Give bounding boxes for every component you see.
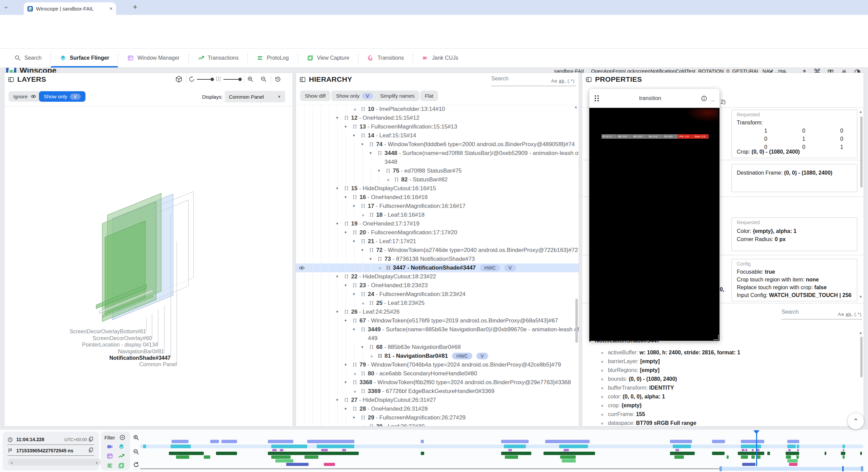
protolog-track-segment[interactable] xyxy=(843,455,845,459)
tree-row-selected[interactable]: Π3447 - NotificationShade#3447HWCV xyxy=(296,263,579,272)
tree-row[interactable]: ▼Π26 - Leaf:24:25#26 xyxy=(296,308,579,316)
expand-arrow-icon[interactable]: ▼ xyxy=(336,114,339,122)
sf-track-segment[interactable] xyxy=(171,445,191,448)
rotation-icon[interactable] xyxy=(189,76,195,82)
tree-row[interactable]: ▼Π20 - FullscreenMagnification:17:17#20 xyxy=(296,228,579,237)
transitions-track-segment[interactable] xyxy=(712,440,725,443)
ime-track-segment[interactable] xyxy=(742,463,755,466)
tree-row[interactable]: ▼Π15 - HideDisplayCutout:16:16#15 xyxy=(296,184,579,193)
sf-track-segment[interactable] xyxy=(797,445,799,448)
tree-row[interactable]: ▼Π19 - OneHanded:17:17#19 xyxy=(296,219,579,228)
show-only-v-toggle[interactable]: Show only V xyxy=(39,91,85,102)
wm-track-segment[interactable] xyxy=(841,452,845,455)
property-list-row[interactable]: barrierLayer: [empty] xyxy=(582,357,860,366)
tree-row[interactable]: 449 xyxy=(296,334,579,343)
property-list-row[interactable]: dataspace: BT709 sRGB Full range xyxy=(582,419,860,427)
tree-row[interactable]: ▼Π28 - OneHanded:26:31#28 xyxy=(296,405,579,413)
props-scroll-up-icon[interactable]: ▲ xyxy=(859,110,863,114)
expand-arrow-icon[interactable]: ▼ xyxy=(344,316,347,325)
protolog-track-segment[interactable] xyxy=(304,455,318,459)
tree-row[interactable]: ▼Π23 - OneHanded:18:23#23 xyxy=(296,281,579,290)
property-list-row[interactable]: crop: {empty} xyxy=(582,401,860,410)
tree-row[interactable]: ▼Π29 - FullscreenMagnification:26:27#29 xyxy=(296,413,579,422)
protolog-track-segment[interactable] xyxy=(505,455,518,459)
wm-track-segment[interactable] xyxy=(216,452,237,455)
flat-toggle[interactable]: Flat xyxy=(420,91,438,101)
displays-select[interactable]: Common Panel ▼ xyxy=(225,91,285,102)
tree-row[interactable]: ▼Π3449 - Surface(name=885b63e Navigation… xyxy=(296,325,579,334)
zoom-in-icon[interactable] xyxy=(247,76,254,82)
tree-row[interactable]: ▼Π13 - FullscreenMagnification:15:15#13 xyxy=(296,122,579,131)
jank-track-segment[interactable] xyxy=(789,463,797,466)
expand-arrow-icon[interactable]: ▼ xyxy=(336,219,339,228)
layer-label[interactable]: NavigationBar0#81 xyxy=(28,349,164,355)
hierarchy-search-input[interactable]: Search Aa ab, (.*) xyxy=(491,76,576,86)
info-icon[interactable] xyxy=(701,95,707,102)
collapse-panel-icon[interactable] xyxy=(299,76,306,83)
3d-view-icon[interactable] xyxy=(175,76,182,83)
wm-track-segment[interactable] xyxy=(860,452,862,455)
transitions-track-segment[interactable] xyxy=(421,440,424,443)
tree-row[interactable]: ▼Π24 - FullscreenMagnification:18:23#24 xyxy=(296,290,579,299)
tab-close-icon[interactable]: × xyxy=(110,6,113,12)
wm-track-segment[interactable] xyxy=(712,452,725,455)
nav-tab-protolog[interactable]: ProtoLog xyxy=(248,48,298,67)
tree-row[interactable]: Π82 - StatusBar#82 xyxy=(296,175,579,184)
tree-row[interactable]: ▼Π75 - ed70f88 StatusBar#75 xyxy=(296,166,579,175)
transactions-track-segment[interactable] xyxy=(797,449,799,451)
protolog-track-segment[interactable] xyxy=(560,455,576,459)
tree-row[interactable]: ▼Π68 - 885b63e NavigationBar0#68 xyxy=(296,343,579,352)
collapse-panel-icon[interactable] xyxy=(586,76,592,83)
expand-arrow-icon[interactable]: ▼ xyxy=(344,360,347,369)
tree-row[interactable]: ▼Π79 - WindowToken{7046b4a type=2024 and… xyxy=(296,360,579,369)
tree-row[interactable]: ▼Π3448 - Surface(name=ed70f88 StatusBar)… xyxy=(296,149,579,158)
protolog-track-segment[interactable] xyxy=(796,455,799,459)
transactions-track-segment[interactable] xyxy=(745,449,747,451)
transitions-track-segment[interactable] xyxy=(221,440,237,443)
expand-arrow-icon[interactable]: ▼ xyxy=(352,413,356,422)
nav-tab-search[interactable]: Search xyxy=(5,48,51,67)
tab-search-icon[interactable] xyxy=(3,5,9,10)
tree-scrollbar[interactable] xyxy=(575,299,578,343)
expand-arrow-icon[interactable]: ▼ xyxy=(360,140,364,149)
tree-row[interactable]: ▼Π14 - Leaf:15:15#14 xyxy=(296,131,579,140)
property-list-row[interactable]: bounds: (0, 0) - (1080, 2400) xyxy=(582,375,860,383)
list-scrollbar[interactable] xyxy=(860,337,863,377)
ime-track-segment[interactable] xyxy=(286,463,309,466)
layer-label[interactable]: Common Panel xyxy=(41,361,177,368)
transactions-track-segment[interactable] xyxy=(321,449,328,451)
screen-preview-window[interactable]: transition _ P: 0 / 1dX: 0.0dY: 0.0Xv: 0… xyxy=(589,89,719,341)
transactions-track-segment[interactable] xyxy=(675,449,679,451)
property-list-row[interactable]: color: (0, 0, 0), alpha: 1 xyxy=(582,392,860,401)
tree-row[interactable]: ▼Π16 - OneHanded:16:16#16 xyxy=(296,193,579,202)
tree-row[interactable]: ▼Π21 - Leaf:17:17#21 xyxy=(296,237,579,246)
expand-arrow-icon[interactable]: ▼ xyxy=(352,290,356,299)
props-scrollbar[interactable] xyxy=(860,116,863,188)
protolog-track-segment[interactable] xyxy=(271,455,291,459)
search-options[interactable]: Aa ab, (.*) xyxy=(838,312,862,317)
spacing-slider[interactable] xyxy=(223,79,240,80)
transactions-track-segment[interactable] xyxy=(742,449,745,451)
minimize-icon[interactable]: _ xyxy=(711,95,715,102)
wm-track-segment[interactable] xyxy=(169,452,204,455)
nav-tab-transactions[interactable]: Transactions xyxy=(189,48,248,67)
transactions-track-segment[interactable] xyxy=(342,449,346,451)
protolog-track-segment[interactable] xyxy=(176,455,189,459)
preview-window-header[interactable]: transition _ xyxy=(589,89,719,108)
wm-track-segment[interactable] xyxy=(544,452,595,455)
viewcapture-track-segment[interactable] xyxy=(275,459,293,463)
transitions-track-segment[interactable] xyxy=(670,440,692,443)
timeline-cursor-handle[interactable] xyxy=(753,430,760,434)
range-slider-track[interactable] xyxy=(140,468,719,469)
property-list-row[interactable]: currFrame: 155 xyxy=(582,410,860,419)
ignore-toggle[interactable]: Ignore xyxy=(8,91,41,102)
nav-tab-window-manager[interactable]: Window Manager xyxy=(118,48,189,67)
property-list-row[interactable]: blurRegions: [empty] xyxy=(582,366,860,375)
sf-track-segment[interactable] xyxy=(504,445,526,448)
property-list-row[interactable]: activeBuffer: w: 1080, h: 2400, stride: … xyxy=(582,348,860,357)
nav-tab-surface-flinger[interactable]: Surface Flinger xyxy=(51,48,118,67)
expand-arrow-icon[interactable]: ▼ xyxy=(336,272,339,281)
nav-tab-jank-cujs[interactable]: Jank CUJs xyxy=(413,48,467,67)
wm-track-segment[interactable] xyxy=(767,452,770,455)
protolog-track-segment[interactable] xyxy=(741,455,748,459)
